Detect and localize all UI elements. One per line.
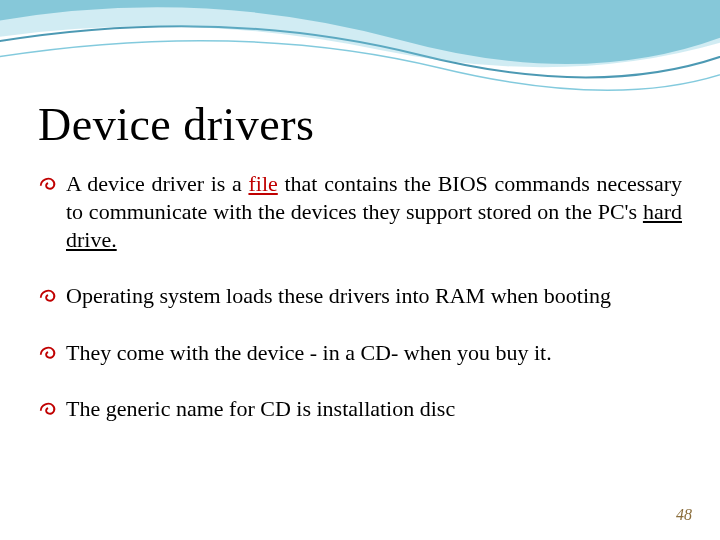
bullet-text: Operating system loads these drivers int… (66, 283, 611, 308)
slide: Device drivers A device driver is a file… (0, 0, 720, 540)
swirl-icon (38, 173, 60, 195)
slide-content: A device driver is a file that contains … (38, 170, 682, 451)
bullet-item: A device driver is a file that contains … (38, 170, 682, 254)
swirl-icon (38, 342, 60, 364)
bullet-item: Operating system loads these drivers int… (38, 282, 682, 310)
bullet-item: They come with the device - in a CD- whe… (38, 339, 682, 367)
swirl-icon (38, 285, 60, 307)
bullet-item: The generic name for CD is installation … (38, 395, 682, 423)
bullet-text: The generic name for CD is installation … (66, 396, 455, 421)
bullet-text: They come with the device - in a CD- whe… (66, 340, 552, 365)
file-link-word: file (248, 171, 277, 196)
page-number: 48 (676, 506, 692, 524)
slide-title: Device drivers (38, 98, 315, 151)
decorative-swoosh (0, 0, 720, 100)
swirl-icon (38, 398, 60, 420)
bullet-text-pre: A device driver is a (66, 171, 248, 196)
